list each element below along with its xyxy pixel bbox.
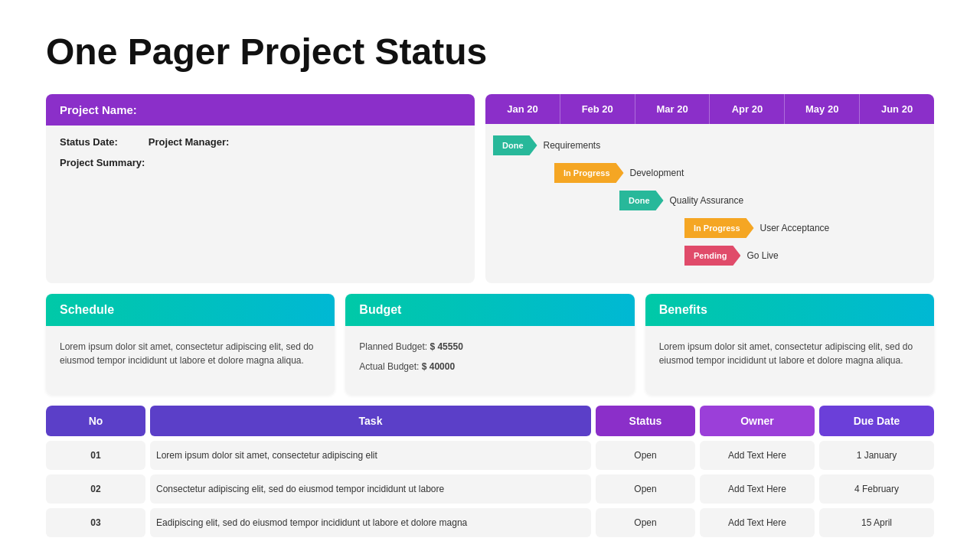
- month-feb: Feb 20: [560, 94, 635, 124]
- cell-no: 02: [46, 474, 145, 504]
- schedule-body: Lorem ipsum dolor sit amet, consectetur …: [46, 326, 335, 395]
- cell-owner: Add Text Here: [700, 508, 815, 537]
- cell-no: 03: [46, 508, 145, 537]
- month-jan: Jan 20: [485, 94, 560, 124]
- task-table-header: No Task Status Owner Due Date: [46, 406, 934, 436]
- gantt-badge-done: Done: [619, 191, 664, 210]
- cell-no: 01: [46, 441, 145, 470]
- gantt-label: Quality Assurance: [670, 195, 744, 206]
- project-manager-label: Project Manager:: [149, 136, 229, 148]
- gantt-row: In ProgressUser Acceptance: [493, 217, 926, 239]
- month-mar: Mar 20: [635, 94, 710, 124]
- cell-owner: Add Text Here: [700, 441, 815, 470]
- schedule-text: Lorem ipsum dolor sit amet, consectetur …: [60, 340, 321, 367]
- gantt-label: Development: [630, 168, 684, 178]
- timeline-section: Jan 20 Feb 20 Mar 20 Apr 20 May 20 Jun 2…: [485, 94, 934, 283]
- month-apr: Apr 20: [710, 94, 785, 124]
- budget-header: Budget: [345, 294, 634, 326]
- gantt-badge-pending: Pending: [684, 246, 740, 266]
- benefits-text: Lorem ipsum dolor sit amet, consectetur …: [659, 340, 920, 367]
- planned-budget-value: $ 45550: [430, 341, 462, 352]
- actual-budget-value: $ 40000: [422, 361, 455, 372]
- budget-body: Planned Budget: $ 45550 Actual Budget: $…: [345, 326, 634, 395]
- th-owner: Owner: [700, 406, 815, 436]
- task-rows: 01 Lorem ipsum dolor sit amet, consectet…: [46, 441, 934, 537]
- cell-duedate: 4 February: [819, 474, 934, 504]
- cell-task: Eadipiscing elit, sed do eiusmod tempor …: [150, 508, 591, 537]
- planned-budget-label: Planned Budget:: [359, 341, 427, 352]
- cell-status: Open: [596, 441, 695, 470]
- top-section: Project Name: Status Date: Project Manag…: [46, 94, 934, 283]
- benefits-body: Lorem ipsum dolor sit amet, consectetur …: [645, 326, 934, 395]
- cell-status: Open: [596, 474, 695, 504]
- project-name-bar: Project Name:: [46, 94, 475, 126]
- gantt-label: Requirements: [544, 140, 601, 151]
- timeline-header: Jan 20 Feb 20 Mar 20 Apr 20 May 20 Jun 2…: [485, 94, 934, 124]
- schedule-card: Schedule Lorem ipsum dolor sit amet, con…: [46, 294, 335, 395]
- project-info: Project Name: Status Date: Project Manag…: [46, 94, 475, 283]
- actual-budget-line: Actual Budget: $ 40000: [359, 360, 620, 373]
- cell-status: Open: [596, 508, 695, 537]
- th-duedate: Due Date: [819, 406, 934, 436]
- project-summary-label: Project Summary:: [60, 157, 145, 168]
- gantt-row: DoneQuality Assurance: [493, 190, 926, 211]
- gantt-chart: DoneRequirementsIn ProgressDevelopmentDo…: [493, 135, 926, 266]
- status-date-row: Status Date: Project Manager:: [60, 136, 461, 148]
- month-jun: Jun 20: [860, 94, 934, 124]
- gantt-badge-in-progress: In Progress: [554, 163, 624, 183]
- budget-card: Budget Planned Budget: $ 45550 Actual Bu…: [345, 294, 634, 395]
- table-row: 01 Lorem ipsum dolor sit amet, consectet…: [46, 441, 934, 470]
- task-table-wrapper: No Task Status Owner Due Date 01 Lorem i…: [46, 406, 934, 542]
- th-status: Status: [596, 406, 695, 436]
- benefits-header: Benefits: [645, 294, 934, 326]
- gantt-badge-in-progress: In Progress: [684, 218, 754, 238]
- table-row: 03 Eadipiscing elit, sed do eiusmod temp…: [46, 508, 934, 537]
- th-no: No: [46, 406, 145, 436]
- status-date-label: Status Date:: [60, 136, 118, 148]
- month-may: May 20: [785, 94, 860, 124]
- gantt-row: PendingGo Live: [493, 245, 926, 266]
- gantt-row: DoneRequirements: [493, 135, 926, 156]
- schedule-header: Schedule: [46, 294, 335, 326]
- project-summary-row: Project Summary:: [60, 155, 461, 169]
- cell-task: Lorem ipsum dolor sit amet, consectetur …: [150, 441, 591, 470]
- project-details: Status Date: Project Manager: Project Su…: [46, 126, 475, 283]
- table-row: 02 Consectetur adipiscing elit, sed do e…: [46, 474, 934, 504]
- page-title: One Pager Project Status: [46, 31, 934, 73]
- cell-task: Consectetur adipiscing elit, sed do eius…: [150, 474, 591, 504]
- gantt-row: In ProgressDevelopment: [493, 162, 926, 184]
- cell-duedate: 15 April: [819, 508, 934, 537]
- cell-owner: Add Text Here: [700, 474, 815, 504]
- gantt-label: User Acceptance: [760, 223, 830, 233]
- gantt-label: Go Live: [746, 250, 778, 261]
- actual-budget-label: Actual Budget:: [359, 361, 419, 372]
- planned-budget-line: Planned Budget: $ 45550: [359, 340, 620, 354]
- timeline-body: DoneRequirementsIn ProgressDevelopmentDo…: [485, 124, 934, 283]
- gantt-badge-done: Done: [493, 135, 537, 155]
- cell-duedate: 1 January: [819, 441, 934, 470]
- th-task: Task: [150, 406, 591, 436]
- benefits-card: Benefits Lorem ipsum dolor sit amet, con…: [645, 294, 934, 395]
- section-cards: Schedule Lorem ipsum dolor sit amet, con…: [46, 294, 934, 395]
